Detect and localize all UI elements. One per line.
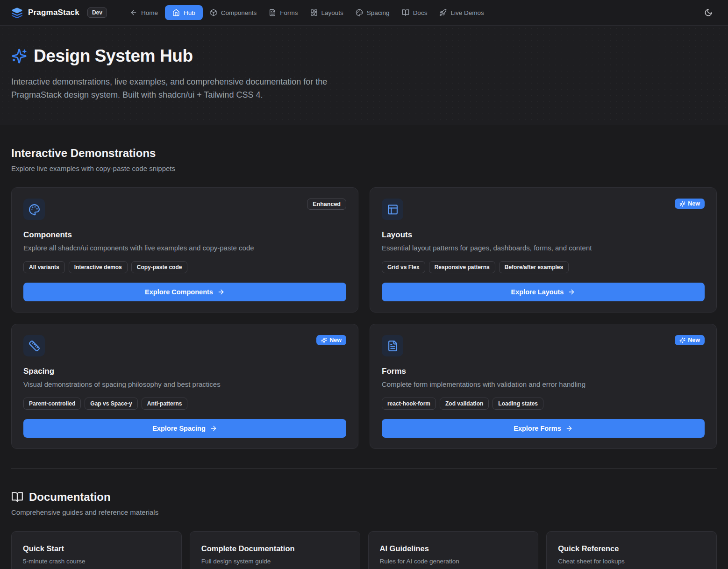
tag-badge: react-hook-form <box>382 398 436 410</box>
new-badge: New <box>675 335 705 345</box>
rocket-icon <box>439 9 447 16</box>
button-label: Explore Spacing <box>152 425 206 432</box>
demo-card-layouts: New Layouts Essential layout patterns fo… <box>370 187 717 313</box>
card-description: Explore all shadcn/ui components with li… <box>23 244 346 252</box>
nav-item-label: Forms <box>280 9 298 16</box>
brand-name: PragmaStack <box>28 8 79 17</box>
card-title: Forms <box>382 367 705 376</box>
doc-card-ai-guidelines[interactable]: AI Guidelines Rules for AI code generati… <box>368 531 539 569</box>
nav-item-layouts[interactable]: Layouts <box>305 5 349 20</box>
layers-logo-icon <box>11 7 23 19</box>
sparkles-icon <box>679 201 685 207</box>
demo-card-forms: New Forms Complete form implementations … <box>370 324 717 449</box>
tag-badge: Interactive demos <box>69 261 128 273</box>
nav-item-docs[interactable]: Docs <box>397 5 433 20</box>
book-open-icon <box>402 9 409 16</box>
card-description: Visual demonstrations of spacing philoso… <box>23 380 346 388</box>
docs-heading-label: Documentation <box>29 491 111 504</box>
doc-card-complete-documentation[interactable]: Complete Documentation Full design syste… <box>190 531 360 569</box>
demos-section-header: Interactive Demonstrations Explore live … <box>11 147 717 172</box>
nav-item-label: Layouts <box>321 9 343 16</box>
nav-item-home[interactable]: Home <box>125 5 163 20</box>
nav-item-label: Spacing <box>367 9 390 16</box>
package-icon <box>210 9 217 16</box>
doc-card-title: Quick Start <box>23 544 170 553</box>
ruler-icon <box>23 335 45 356</box>
page-title: Design System Hub <box>34 46 193 66</box>
button-label: Explore Layouts <box>511 288 564 296</box>
demo-cards-grid: Enhanced Components Explore all shadcn/u… <box>11 187 717 449</box>
doc-card-description: Cheat sheet for lookups <box>558 558 705 565</box>
badge-label: New <box>329 337 342 343</box>
tag-badge: Before/after examples <box>499 261 569 273</box>
nav-item-spacing[interactable]: Spacing <box>350 5 395 20</box>
card-title: Components <box>23 230 346 240</box>
doc-card-title: Complete Documentation <box>201 544 349 553</box>
demo-card-components: Enhanced Components Explore all shadcn/u… <box>11 187 358 313</box>
tag-badge: Gap vs Space-y <box>85 398 137 410</box>
docs-heading: Documentation <box>11 491 717 504</box>
brand[interactable]: PragmaStack Dev <box>11 7 107 19</box>
nav-item-label: Live Demos <box>450 9 484 16</box>
arrow-right-icon <box>217 288 225 296</box>
tag-row: Grid vs Flex Responsive patterns Before/… <box>382 261 705 273</box>
tag-row: Parent-controlled Gap vs Space-y Anti-pa… <box>23 398 346 410</box>
doc-card-title: AI Guidelines <box>380 544 527 553</box>
card-description: Essential layout patterns for pages, das… <box>382 244 705 252</box>
sparkles-icon <box>679 337 685 343</box>
section-divider <box>11 469 717 469</box>
demos-subheading: Explore live examples with copy-paste co… <box>11 164 717 172</box>
arrow-left-icon <box>130 9 137 16</box>
doc-card-quick-start[interactable]: Quick Start 5-minute crash course <box>11 531 182 569</box>
nav-item-live-demos[interactable]: Live Demos <box>434 5 489 20</box>
theme-toggle-button[interactable] <box>700 4 717 21</box>
file-text-icon <box>382 335 403 356</box>
tag-badge: Zod validation <box>440 398 489 410</box>
tag-badge: Grid vs Flex <box>382 261 425 273</box>
sparkles-icon <box>321 337 327 343</box>
demo-card-spacing: New Spacing Visual demonstrations of spa… <box>11 324 358 449</box>
book-open-icon <box>11 491 23 503</box>
sparkles-icon <box>11 48 27 64</box>
file-text-icon <box>269 9 276 16</box>
explore-spacing-button[interactable]: Explore Spacing <box>23 419 346 438</box>
explore-components-button[interactable]: Explore Components <box>23 283 346 301</box>
arrow-right-icon <box>210 425 217 432</box>
tag-badge: Copy-paste code <box>131 261 188 273</box>
nav-item-hub[interactable]: Hub <box>165 5 203 20</box>
button-label: Explore Forms <box>514 425 561 432</box>
docs-subheading: Comprehensive guides and reference mater… <box>11 508 717 516</box>
nav-item-label: Hub <box>184 9 195 16</box>
new-badge: New <box>316 335 346 345</box>
nav-item-label: Components <box>221 9 257 16</box>
arrow-right-icon <box>565 425 573 432</box>
doc-card-description: Full design system guide <box>201 558 349 565</box>
card-description: Complete form implementations with valid… <box>382 380 705 388</box>
badge-label: New <box>688 200 700 207</box>
card-title: Layouts <box>382 230 705 240</box>
nav-item-forms[interactable]: Forms <box>264 5 303 20</box>
nav-menu: Home Hub Components Forms Layouts Spacin… <box>125 5 489 20</box>
panels-top-left-icon <box>382 199 403 220</box>
home-icon <box>172 9 180 16</box>
hero-section: Design System Hub Interactive demonstrat… <box>0 26 728 125</box>
card-title: Spacing <box>23 367 346 376</box>
explore-forms-button[interactable]: Explore Forms <box>382 419 705 438</box>
page-subtitle: Interactive demonstrations, live example… <box>11 75 361 101</box>
status-badge: Enhanced <box>307 199 346 210</box>
nav-item-components[interactable]: Components <box>205 5 262 20</box>
doc-card-quick-reference[interactable]: Quick Reference Cheat sheet for lookups <box>546 531 717 569</box>
explore-layouts-button[interactable]: Explore Layouts <box>382 283 705 301</box>
doc-cards-grid: Quick Start 5-minute crash course Comple… <box>11 531 717 569</box>
doc-card-title: Quick Reference <box>558 544 705 553</box>
tag-badge: Loading states <box>492 398 543 410</box>
palette-icon <box>23 199 45 220</box>
moon-icon <box>704 8 713 17</box>
button-label: Explore Components <box>145 288 213 296</box>
badge-label: New <box>688 337 700 343</box>
env-badge: Dev <box>87 7 107 18</box>
nav-item-label: Home <box>141 9 158 16</box>
demos-heading: Interactive Demonstrations <box>11 147 717 160</box>
docs-section-header: Documentation Comprehensive guides and r… <box>11 491 717 516</box>
nav-item-label: Docs <box>413 9 428 16</box>
